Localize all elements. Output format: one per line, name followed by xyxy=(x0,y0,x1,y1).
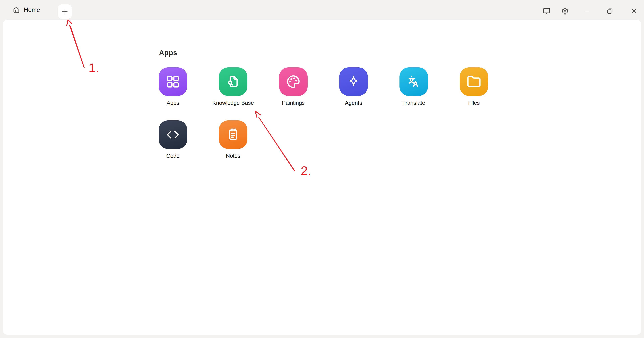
app-label: Translate xyxy=(402,100,425,106)
app-tile xyxy=(279,68,308,96)
translate-icon xyxy=(406,74,421,89)
app-item-files[interactable]: Files xyxy=(460,68,488,106)
app-label: Paintings xyxy=(282,100,305,106)
app-label: Knowledge Base xyxy=(212,100,254,106)
minimize-icon xyxy=(583,7,591,15)
close-icon xyxy=(630,7,638,15)
code-icon xyxy=(166,128,180,142)
new-tab-button[interactable] xyxy=(58,4,72,19)
app-item-agents[interactable]: Agents xyxy=(339,68,368,106)
minimize-button[interactable] xyxy=(583,7,591,15)
app-label: Agents xyxy=(345,100,362,106)
app-label: Files xyxy=(468,100,480,106)
notepad-icon xyxy=(226,128,240,142)
monitor-icon xyxy=(543,7,550,15)
app-window: Home xyxy=(0,0,644,338)
app-tile xyxy=(219,68,247,96)
settings-button[interactable] xyxy=(561,7,569,15)
home-content-panel: Apps Apps Knowledge Base Paintings Agent… xyxy=(3,20,641,335)
app-item-notes[interactable]: Notes xyxy=(219,120,247,159)
folder-icon xyxy=(467,74,481,89)
restore-icon xyxy=(606,7,614,15)
close-button[interactable] xyxy=(630,7,638,15)
app-item-paintings[interactable]: Paintings xyxy=(279,68,308,106)
app-item-code[interactable]: Code xyxy=(159,120,187,159)
apps-grid: Apps Knowledge Base Paintings Agents Tra… xyxy=(159,68,488,159)
app-tile xyxy=(339,68,368,96)
file-search-icon xyxy=(226,74,240,89)
app-label: Code xyxy=(166,152,180,159)
app-label: Notes xyxy=(226,152,240,159)
app-tile xyxy=(159,120,187,149)
apps-section-heading: Apps xyxy=(159,48,177,57)
app-label: Apps xyxy=(166,100,179,106)
app-item-apps[interactable]: Apps xyxy=(159,68,187,106)
app-item-translate[interactable]: Translate xyxy=(400,68,428,106)
grid-icon xyxy=(166,74,180,89)
app-tile xyxy=(460,68,488,96)
app-tile xyxy=(219,120,247,149)
titlebar: Home xyxy=(0,0,644,20)
app-item-knowledge-base[interactable]: Knowledge Base xyxy=(219,68,247,106)
palette-icon xyxy=(286,74,300,89)
home-icon xyxy=(13,6,20,14)
plus-icon xyxy=(61,8,69,16)
restore-button[interactable] xyxy=(606,7,614,15)
tab-home[interactable]: Home xyxy=(13,0,40,20)
app-tile xyxy=(400,68,428,96)
app-tile xyxy=(159,68,187,96)
sparkle-icon xyxy=(346,74,361,89)
display-mode-button[interactable] xyxy=(543,7,550,15)
gear-icon xyxy=(561,7,569,15)
window-title: Home xyxy=(24,6,40,14)
